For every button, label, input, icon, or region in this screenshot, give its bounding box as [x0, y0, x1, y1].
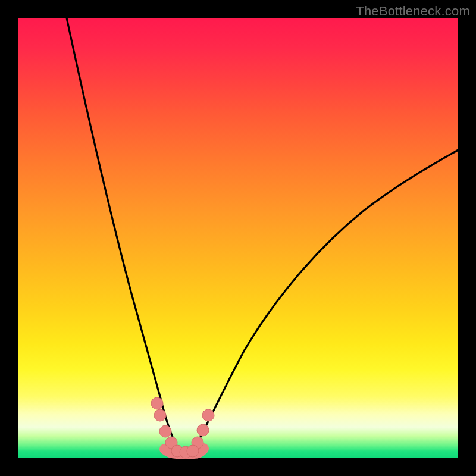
marker-dot — [159, 425, 171, 437]
marker-dot — [151, 397, 163, 409]
marker-dot — [187, 445, 199, 457]
marker-dot — [197, 424, 209, 436]
right-curve — [195, 150, 458, 447]
chart-frame: TheBottleneck.com — [0, 0, 476, 476]
left-curve — [67, 18, 177, 447]
chart-svg — [18, 18, 458, 458]
attribution-label: TheBottleneck.com — [356, 4, 470, 19]
plot-area — [18, 18, 458, 458]
marker-dot — [154, 409, 166, 421]
marker-dot — [202, 409, 214, 421]
